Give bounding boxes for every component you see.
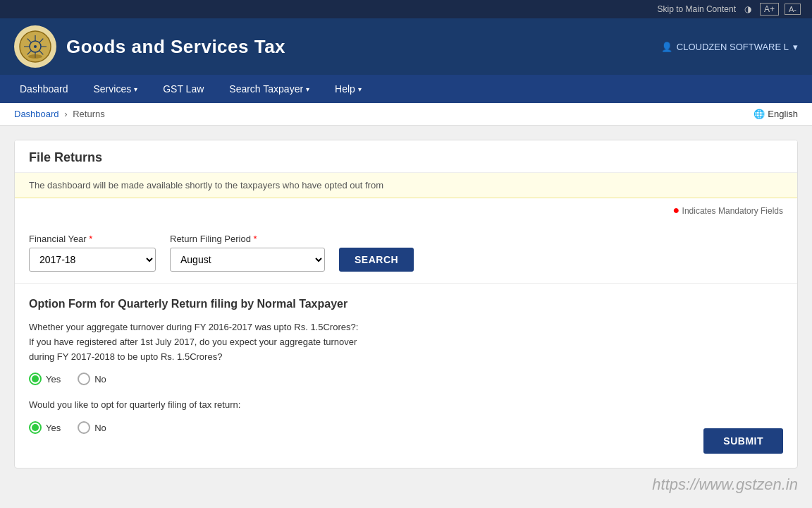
logo [14, 25, 56, 68]
nav-services[interactable]: Services ▾ [81, 75, 151, 103]
filing-period-group: Return Filing Period * April May June Ju… [170, 234, 325, 272]
svg-point-2 [34, 45, 37, 48]
question2-radio-group: Yes No [29, 421, 106, 434]
user-label: CLOUDZEN SOFTWARE L [677, 42, 789, 52]
nav-gst-law[interactable]: GST Law [150, 75, 216, 103]
financial-year-select[interactable]: 2017-18 2016-17 2018-19 [29, 248, 156, 272]
filing-period-label: Return Filing Period * [170, 234, 325, 244]
q1-no-radio[interactable] [78, 373, 90, 385]
user-chevron-icon: ▾ [793, 42, 798, 52]
services-chevron-icon: ▾ [134, 85, 137, 93]
header: Goods and Services Tax 👤 CLOUDZEN SOFTWA… [0, 18, 812, 75]
search-form: Financial Year * 2017-18 2016-17 2018-19… [15, 222, 797, 284]
globe-icon: 🌐 [753, 109, 765, 119]
breadcrumb-home[interactable]: Dashboard [14, 109, 59, 119]
notice-banner: The dashboard will be made available sho… [15, 173, 797, 198]
contrast-icon: ◑ [744, 4, 751, 14]
card-title: File Returns [15, 140, 797, 173]
q2-yes-radio[interactable] [29, 421, 42, 434]
notice-text: The dashboard will be made available sho… [29, 180, 383, 190]
user-menu[interactable]: 👤 CLOUDZEN SOFTWARE L ▾ [661, 42, 798, 52]
q2-no-label: No [94, 423, 106, 433]
q1-yes-label: Yes [46, 374, 61, 385]
q1-no-option[interactable]: No [78, 373, 106, 385]
top-bar: Skip to Main Content ◑ A+ A- [0, 0, 812, 18]
question1-text: Whether your aggregate turnover during F… [29, 320, 783, 364]
q1-yes-radio[interactable] [29, 373, 42, 385]
mandatory-note: ● Indicates Mandatory Fields [15, 198, 797, 222]
q1-yes-option[interactable]: Yes [29, 373, 61, 385]
q2-no-radio[interactable] [78, 421, 90, 434]
search-button[interactable]: SEARCH [339, 248, 414, 272]
search-taxpayer-chevron-icon: ▾ [306, 85, 309, 93]
main-nav: Dashboard Services ▾ GST Law Search Taxp… [0, 75, 812, 103]
mandatory-dot: ● [673, 204, 680, 216]
breadcrumb-bar: Dashboard › Returns 🌐 English [0, 103, 812, 126]
user-icon: 👤 [661, 42, 672, 52]
language-selector[interactable]: 🌐 English [753, 109, 798, 119]
q2-yes-option[interactable]: Yes [29, 421, 61, 434]
question1-radio-group: Yes No [29, 373, 783, 385]
header-left: Goods and Services Tax [14, 25, 285, 68]
nav-search-taxpayer[interactable]: Search Taxpayer ▾ [216, 75, 322, 103]
q1-no-label: No [94, 374, 106, 385]
submit-button[interactable]: SUBMIT [703, 428, 783, 454]
breadcrumb-separator: › [64, 109, 67, 119]
financial-year-label: Financial Year * [29, 234, 156, 244]
filing-period-select[interactable]: April May June July August September Oct… [170, 248, 325, 272]
svg-point-11 [28, 54, 42, 59]
help-chevron-icon: ▾ [358, 85, 362, 93]
submit-row: SUBMIT [703, 428, 783, 454]
mandatory-text: Indicates Mandatory Fields [682, 206, 783, 216]
period-required-indicator: * [254, 234, 257, 244]
font-increase-button[interactable]: A+ [760, 3, 779, 16]
q2-yes-label: Yes [46, 423, 61, 433]
nav-dashboard[interactable]: Dashboard [7, 75, 81, 103]
financial-year-group: Financial Year * 2017-18 2016-17 2018-19 [29, 234, 156, 272]
question2-text: Would you like to opt for quarterly fili… [29, 398, 783, 413]
fy-required-indicator: * [89, 234, 92, 244]
main-content: File Returns The dashboard will be made … [0, 126, 812, 483]
skip-main-link[interactable]: Skip to Main Content [658, 4, 736, 14]
breadcrumb-current: Returns [73, 109, 105, 119]
option-form-section: Option Form for Quarterly Return filing … [15, 284, 797, 468]
nav-help[interactable]: Help ▾ [322, 75, 374, 103]
option-form-title: Option Form for Quarterly Return filing … [29, 298, 783, 310]
breadcrumb: Dashboard › Returns [14, 109, 105, 119]
file-returns-card: File Returns The dashboard will be made … [14, 140, 798, 468]
q2-no-option[interactable]: No [78, 421, 106, 434]
language-label: English [768, 109, 798, 119]
font-decrease-button[interactable]: A- [785, 4, 801, 15]
site-title: Goods and Services Tax [66, 36, 285, 58]
